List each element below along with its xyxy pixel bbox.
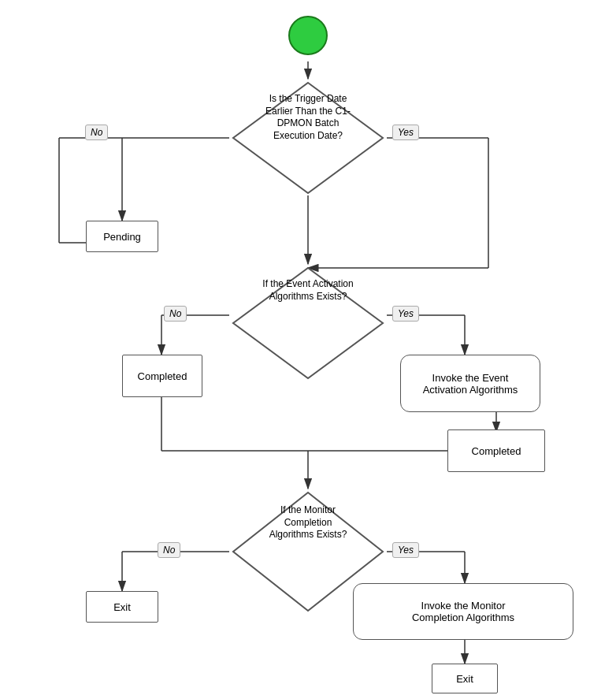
exit2-node: Exit	[432, 664, 498, 693]
invoke-event-node: Invoke the Event Activation Algorithms	[400, 355, 540, 412]
completed2-label: Completed	[472, 445, 521, 457]
decision2-label: If the Event Activation Algorithms Exist…	[261, 278, 355, 303]
decision1-label: Is the Trigger Date Earlier Than the C1-…	[261, 93, 355, 142]
yes2-label: Yes	[392, 306, 419, 322]
start-node	[288, 16, 328, 55]
yes3-label: Yes	[392, 542, 419, 558]
flowchart: Is the Trigger Date Earlier Than the C1-…	[0, 0, 616, 699]
completed2-node: Completed	[447, 429, 545, 472]
yes1-label: Yes	[392, 125, 419, 140]
no3-label: No	[158, 542, 180, 558]
decision1-node: Is the Trigger Date Earlier Than the C1-…	[229, 79, 387, 197]
invoke-monitor-node: Invoke the Monitor Completion Algorithms	[353, 583, 573, 640]
exit1-node: Exit	[86, 591, 158, 623]
no1-label: No	[85, 125, 108, 140]
invoke-event-label: Invoke the Event Activation Algorithms	[423, 372, 518, 396]
invoke-monitor-label: Invoke the Monitor Completion Algorithms	[412, 600, 514, 623]
completed1-node: Completed	[122, 355, 202, 397]
decision3-label: If the Monitor Completion Algorithms Exi…	[261, 504, 355, 541]
no2-label: No	[164, 306, 187, 322]
pending-label: Pending	[103, 231, 141, 243]
pending-node: Pending	[86, 221, 158, 252]
decision2-node: If the Event Activation Algorithms Exist…	[229, 264, 387, 382]
completed1-label: Completed	[138, 370, 187, 382]
exit1-label: Exit	[113, 601, 131, 613]
exit2-label: Exit	[456, 673, 473, 685]
